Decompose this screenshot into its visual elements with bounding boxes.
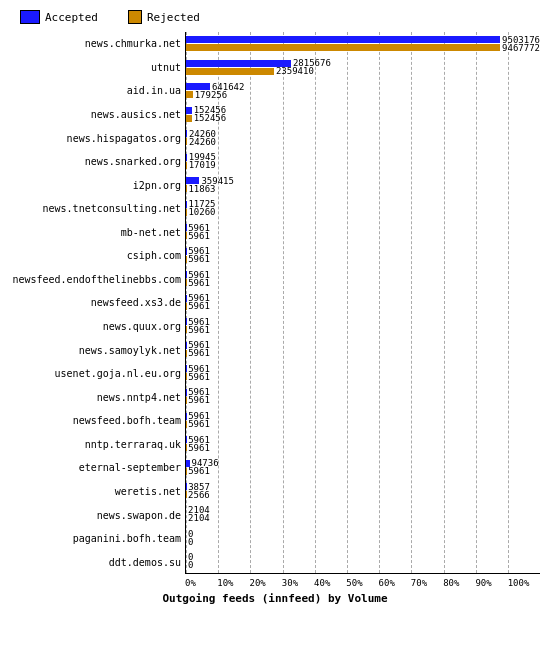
bar-pair-8: 59615961 [186,223,540,241]
x-tick-6: 60% [379,578,411,588]
bar-pair-19: 38572566 [186,482,540,500]
rejected-track-10: 5961 [186,279,540,287]
bar-row-17: 59615961 [186,432,540,456]
rejected-track-7: 10260 [186,208,540,216]
rejected-track-2: 179256 [186,91,540,99]
y-label-14: usenet.goja.nl.eu.org [10,362,185,386]
bar-pair-1: 28156762359410 [186,58,540,76]
legend-rejected-icon [128,10,142,24]
accepted-track-17: 5961 [186,436,540,444]
legend-accepted-icon [20,10,40,24]
rejected-label-17: 5961 [188,443,210,453]
bar-row-11: 59615961 [186,291,540,315]
legend-accepted: Accepted [20,10,98,24]
accepted-track-20: 2104 [186,506,540,514]
bar-row-15: 59615961 [186,385,540,409]
y-label-9: csiph.com [10,244,185,268]
bar-row-9: 59615961 [186,244,540,268]
bar-row-10: 59615961 [186,267,540,291]
rejected-track-8: 5961 [186,232,540,240]
bar-pair-18: 947365961 [186,458,540,476]
bar-pair-3: 152456152456 [186,105,540,123]
accepted-track-15: 5961 [186,388,540,396]
rejected-track-6: 11863 [186,185,540,193]
bar-row-6: 35941511863 [186,173,540,197]
bar-pair-22: 00 [186,552,540,570]
bar-row-20: 21042104 [186,502,540,526]
bar-pair-4: 2426024260 [186,129,540,147]
rejected-bar-0 [186,44,500,51]
y-label-13: news.samoylyk.net [10,338,185,362]
rejected-label-19: 2566 [188,490,210,500]
y-label-12: news.quux.org [10,315,185,339]
bar-pair-14: 59615961 [186,364,540,382]
rejected-track-16: 5961 [186,420,540,428]
y-label-7: news.tnetconsulting.net [10,197,185,221]
bar-row-21: 00 [186,526,540,550]
rejected-label-13: 5961 [188,348,210,358]
rejected-track-12: 5961 [186,326,540,334]
rejected-track-22: 0 [186,561,540,569]
x-tick-8: 80% [443,578,475,588]
accepted-track-21: 0 [186,530,540,538]
x-tick-0: 0% [185,578,217,588]
accepted-track-2: 641642 [186,83,540,91]
rejected-label-14: 5961 [188,372,210,382]
rejected-label-18: 5961 [188,466,210,476]
bar-row-22: 00 [186,549,540,573]
y-label-17: nntp.terraraq.uk [10,433,185,457]
rejected-track-20: 2104 [186,514,540,522]
y-label-2: aid.in.ua [10,79,185,103]
y-label-18: eternal-september [10,456,185,480]
chart-area: news.chmurka.netutnutaid.in.uanews.ausic… [10,32,540,574]
bar-pair-21: 00 [186,529,540,547]
y-axis-labels: news.chmurka.netutnutaid.in.uanews.ausic… [10,32,185,574]
bar-row-7: 1172510260 [186,197,540,221]
accepted-track-10: 5961 [186,271,540,279]
y-label-20: news.swapon.de [10,503,185,527]
accepted-bar-4 [186,130,187,137]
x-tick-1: 10% [217,578,249,588]
y-label-5: news.snarked.org [10,150,185,174]
rejected-track-17: 5961 [186,444,540,452]
y-label-0: news.chmurka.net [10,32,185,56]
x-axis-labels: 0%10%20%30%40%50%60%70%80%90%100% [185,576,540,588]
accepted-track-22: 0 [186,553,540,561]
bar-pair-17: 59615961 [186,435,540,453]
accepted-track-16: 5961 [186,412,540,420]
bar-row-18: 947365961 [186,455,540,479]
x-tick-3: 30% [282,578,314,588]
rejected-bar-1 [186,68,274,75]
bar-pair-12: 59615961 [186,317,540,335]
y-label-1: utnut [10,56,185,80]
accepted-track-19: 3857 [186,483,540,491]
bar-pair-5: 1994517019 [186,152,540,170]
rejected-label-7: 10260 [188,207,215,217]
bar-row-16: 59615961 [186,408,540,432]
rejected-track-19: 2566 [186,491,540,499]
bar-pair-0: 95031769467772 [186,35,540,53]
y-label-6: i2pn.org [10,173,185,197]
accepted-bar-0 [186,36,500,43]
rejected-label-9: 5961 [188,254,210,264]
y-label-10: newsfeed.endofthelinebbs.com [10,268,185,292]
rejected-label-6: 11863 [188,184,215,194]
rejected-bar-2 [186,91,193,98]
x-tick-9: 90% [475,578,507,588]
rejected-label-10: 5961 [188,278,210,288]
bar-pair-13: 59615961 [186,340,540,358]
rejected-label-0: 9467772 [502,43,540,53]
legend: Accepted Rejected [20,10,540,24]
rejected-label-16: 5961 [188,419,210,429]
bar-row-19: 38572566 [186,479,540,503]
bar-pair-15: 59615961 [186,387,540,405]
bar-pair-6: 35941511863 [186,176,540,194]
bar-pair-16: 59615961 [186,411,540,429]
accepted-track-12: 5961 [186,318,540,326]
rejected-track-4: 24260 [186,138,540,146]
rejected-track-14: 5961 [186,373,540,381]
y-label-16: newsfeed.bofh.team [10,409,185,433]
y-label-11: newsfeed.xs3.de [10,291,185,315]
bar-row-5: 1994517019 [186,150,540,174]
accepted-track-13: 5961 [186,341,540,349]
